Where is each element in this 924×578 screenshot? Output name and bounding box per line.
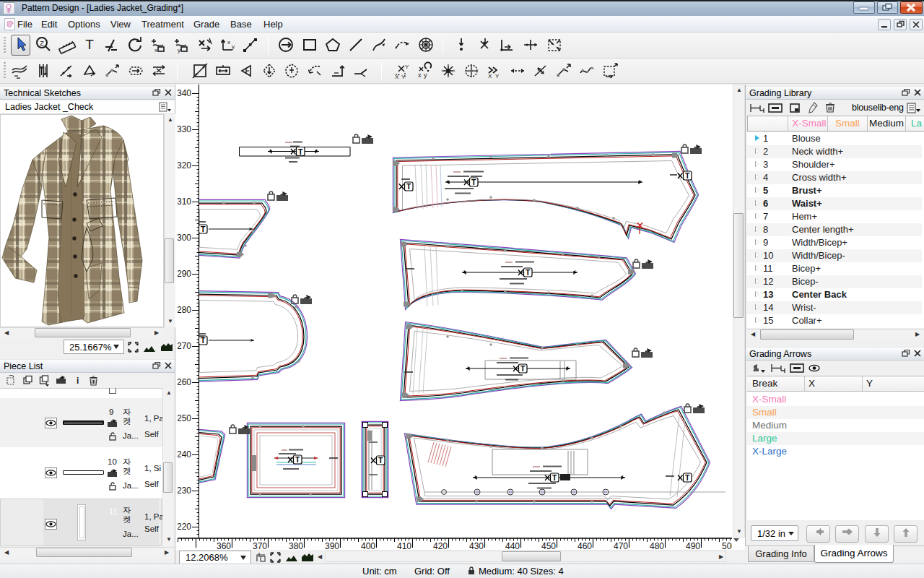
svg-text:T: T	[201, 225, 206, 233]
svg-text:X: X	[488, 73, 492, 79]
svg-text:230: 230	[178, 486, 191, 496]
svg-text:T: T	[406, 182, 411, 191]
svg-text:i: i	[77, 376, 79, 386]
svg-text:500: 500	[722, 541, 732, 550]
svg-text:y: y	[178, 47, 180, 53]
svg-text:T: T	[685, 171, 690, 180]
svg-text:450: 450	[541, 541, 556, 550]
svg-text:T: T	[295, 455, 300, 464]
svg-text:280: 280	[178, 305, 191, 315]
svg-text:490: 490	[686, 541, 700, 550]
svg-text:T: T	[378, 456, 383, 465]
svg-text:T: T	[526, 268, 531, 277]
svg-text:T: T	[552, 473, 557, 482]
svg-text:340: 340	[178, 88, 191, 98]
svg-text:470: 470	[614, 541, 628, 550]
svg-text:400: 400	[361, 541, 375, 550]
svg-text:330: 330	[178, 124, 191, 134]
svg-text:Y: Y	[401, 74, 406, 80]
svg-text:370: 370	[253, 541, 267, 550]
svg-text:y: y	[424, 72, 427, 79]
svg-text:T: T	[201, 336, 206, 345]
svg-text:250: 250	[178, 413, 191, 423]
svg-text:y: y	[232, 43, 235, 50]
svg-text:290: 290	[178, 269, 191, 279]
svg-text:220: 220	[178, 522, 191, 532]
svg-text:x: x	[418, 72, 422, 79]
svg-text:T: T	[298, 147, 303, 156]
svg-text:380: 380	[289, 541, 303, 550]
svg-text:T: T	[520, 364, 526, 373]
svg-text:x: x	[227, 39, 230, 46]
svg-text:460: 460	[578, 541, 592, 550]
svg-text:T: T	[85, 37, 94, 52]
svg-text:320: 320	[178, 160, 191, 171]
svg-text:390: 390	[325, 541, 339, 550]
svg-text:420: 420	[433, 541, 448, 550]
svg-text:430: 430	[469, 541, 484, 550]
svg-text:T: T	[685, 473, 690, 482]
svg-text:x: x	[154, 47, 157, 53]
svg-text:270: 270	[178, 341, 191, 351]
svg-text:360: 360	[217, 541, 231, 550]
svg-text:410: 410	[397, 541, 411, 550]
svg-text:310: 310	[178, 197, 191, 207]
svg-text:Y: Y	[405, 64, 409, 70]
svg-text:480: 480	[650, 541, 664, 550]
svg-text:300: 300	[178, 233, 191, 243]
svg-text:Z: Z	[40, 40, 44, 47]
svg-text:Y: Y	[495, 73, 500, 79]
svg-text:240: 240	[178, 449, 191, 460]
svg-text:T: T	[471, 178, 476, 186]
svg-text:440: 440	[505, 541, 520, 550]
svg-text:260: 260	[178, 377, 191, 387]
